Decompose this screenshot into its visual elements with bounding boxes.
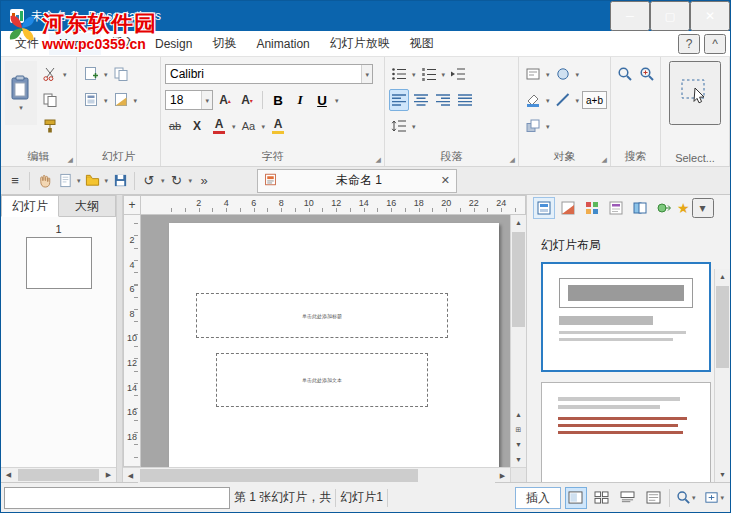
menu-tab[interactable]: Design bbox=[145, 33, 202, 55]
redo-dropdown[interactable]: ▾ bbox=[188, 177, 194, 184]
menu-tab[interactable]: 插入 bbox=[101, 31, 145, 56]
align-right-button[interactable] bbox=[433, 89, 453, 111]
character-dialog-launcher[interactable]: ◢ bbox=[376, 156, 381, 163]
scroll-down-button[interactable]: ▼ bbox=[715, 467, 730, 482]
open-dropdown[interactable]: ▾ bbox=[104, 177, 110, 184]
help-button[interactable]: ? bbox=[678, 34, 700, 54]
shrink-font-button[interactable]: A▾ bbox=[237, 89, 257, 111]
pane-designs-icon[interactable] bbox=[557, 197, 579, 219]
slide-thumbnail[interactable] bbox=[26, 237, 92, 289]
duplicate-slide-button[interactable] bbox=[111, 63, 131, 85]
maximize-button[interactable]: ▢ bbox=[650, 1, 690, 31]
font-name-dropdown[interactable]: ▾ bbox=[361, 65, 372, 83]
slide-layout-button[interactable] bbox=[81, 89, 101, 111]
find-button[interactable] bbox=[615, 63, 635, 85]
slide-design-dropdown[interactable]: ▾ bbox=[133, 97, 139, 104]
vertical-ruler[interactable]: 24681012141618 bbox=[123, 215, 141, 467]
new-slide-button[interactable] bbox=[81, 63, 101, 85]
favorites-star-icon[interactable]: ★ bbox=[677, 200, 690, 216]
change-case-dropdown[interactable]: ▾ bbox=[261, 123, 267, 130]
format-painter-button[interactable] bbox=[40, 115, 60, 137]
line-spacing-button[interactable] bbox=[389, 115, 409, 137]
new-document-button[interactable] bbox=[55, 170, 75, 192]
vertical-scrollbar[interactable]: ▲ ▲ ⊞ ▼ ▼ bbox=[510, 215, 526, 467]
cut-dropdown[interactable]: ▾ bbox=[62, 71, 68, 78]
pane-menu-dropdown[interactable]: ▾ bbox=[692, 198, 714, 218]
slide-page[interactable]: 单击此处添加标题 单击此处添加文本 bbox=[169, 223, 499, 467]
insert-textframe-dropdown[interactable]: ▾ bbox=[545, 71, 551, 78]
sidebar-scrollbar[interactable]: ▲ ▼ bbox=[714, 269, 730, 482]
undo-dropdown[interactable]: ▾ bbox=[160, 177, 166, 184]
panel-horizontal-scrollbar[interactable]: ◀ ▶ bbox=[1, 467, 116, 482]
align-left-button[interactable] bbox=[389, 89, 409, 111]
menu-tab[interactable]: Animation bbox=[246, 33, 319, 55]
menu-tab[interactable]: 文件 bbox=[5, 31, 49, 56]
new-document-dropdown[interactable]: ▾ bbox=[76, 177, 82, 184]
insert-mode-toggle[interactable]: 插入 bbox=[515, 487, 561, 509]
font-color-dropdown[interactable]: ▾ bbox=[231, 123, 237, 130]
highlight-button[interactable]: A bbox=[268, 115, 288, 137]
collapse-ribbon-button[interactable]: ^ bbox=[704, 34, 726, 54]
select-objects-button[interactable] bbox=[669, 61, 721, 125]
scroll-up-button[interactable]: ▲ bbox=[511, 215, 526, 230]
align-justify-button[interactable] bbox=[455, 89, 475, 111]
pane-masters-icon[interactable] bbox=[605, 197, 627, 219]
panel-tab[interactable]: 幻灯片 bbox=[1, 195, 59, 217]
horizontal-ruler[interactable]: 24681012141618202224 bbox=[141, 195, 526, 215]
italic-button[interactable]: I bbox=[290, 89, 310, 111]
fill-color-button[interactable] bbox=[523, 89, 543, 111]
new-slide-dropdown[interactable]: ▾ bbox=[103, 71, 109, 78]
redo-button[interactable]: ↻ bbox=[167, 170, 187, 192]
bullet-list-button[interactable] bbox=[389, 63, 409, 85]
font-size-input[interactable] bbox=[166, 93, 201, 107]
line-spacing-dropdown[interactable]: ▾ bbox=[411, 123, 417, 130]
menu-tab[interactable]: 幻灯片放映 bbox=[320, 31, 400, 56]
pane-layouts-icon[interactable] bbox=[533, 197, 555, 219]
arrange-dropdown[interactable]: ▾ bbox=[545, 123, 551, 130]
menu-tab[interactable]: 切换 bbox=[202, 31, 246, 56]
objects-dialog-launcher[interactable]: ◢ bbox=[602, 156, 607, 163]
insert-shape-button[interactable] bbox=[553, 63, 573, 85]
line-color-dropdown[interactable]: ▾ bbox=[575, 97, 581, 104]
bullet-list-dropdown[interactable]: ▾ bbox=[411, 71, 417, 78]
pan-tool-button[interactable] bbox=[34, 170, 54, 192]
font-color-button[interactable]: A bbox=[209, 115, 229, 137]
line-color-button[interactable] bbox=[553, 89, 573, 111]
view-sorter-button[interactable] bbox=[591, 487, 613, 509]
layout-option-content[interactable] bbox=[541, 382, 711, 482]
previous-slide-button[interactable]: ▲ bbox=[511, 407, 526, 422]
zoom-button[interactable]: ▾ bbox=[674, 487, 699, 509]
title-placeholder[interactable]: 单击此处添加标题 bbox=[196, 293, 448, 338]
scroll-right-button[interactable]: ▶ bbox=[101, 468, 116, 482]
pane-color-schemes-icon[interactable] bbox=[581, 197, 603, 219]
strikethrough-button[interactable]: ab bbox=[165, 115, 185, 137]
minimize-button[interactable]: ─ bbox=[610, 1, 650, 31]
paste-button[interactable]: ▾ bbox=[5, 61, 37, 125]
superscript-button[interactable]: X bbox=[187, 115, 207, 137]
pane-animations-icon[interactable] bbox=[653, 197, 675, 219]
slide-design-button[interactable] bbox=[111, 89, 131, 111]
scroll-left-button[interactable]: ◀ bbox=[123, 468, 138, 483]
align-center-button[interactable] bbox=[411, 89, 431, 111]
replace-button[interactable] bbox=[637, 63, 657, 85]
copy-button[interactable] bbox=[40, 89, 60, 111]
view-handout-button[interactable] bbox=[643, 487, 665, 509]
menu-button[interactable]: ≡ bbox=[5, 170, 25, 192]
panel-tab[interactable]: 大纲 bbox=[59, 195, 116, 217]
scroll-down-button[interactable]: ▼ bbox=[511, 452, 526, 467]
autoshape-text-button[interactable]: a+b bbox=[582, 91, 607, 109]
scroll-right-button[interactable]: ▶ bbox=[495, 468, 510, 483]
status-message-field[interactable] bbox=[4, 487, 230, 509]
view-notes-button[interactable] bbox=[617, 487, 639, 509]
font-name-combo[interactable]: ▾ bbox=[165, 64, 373, 84]
slide-layout-dropdown[interactable]: ▾ bbox=[103, 97, 109, 104]
scrollbar-thumb[interactable] bbox=[18, 469, 99, 481]
menu-tab[interactable]: 视图 bbox=[400, 31, 444, 56]
slide-canvas[interactable]: 单击此处添加标题 单击此处添加文本 bbox=[141, 215, 510, 467]
scrollbar-thumb[interactable] bbox=[716, 286, 729, 368]
numbered-list-dropdown[interactable]: ▾ bbox=[441, 71, 447, 78]
fit-window-button[interactable]: ▾ bbox=[702, 487, 727, 509]
scrollbar-thumb[interactable] bbox=[140, 469, 418, 482]
canvas-horizontal-scrollbar[interactable]: ◀ ▶ bbox=[123, 468, 510, 483]
scrollbar-thumb[interactable] bbox=[512, 232, 525, 327]
